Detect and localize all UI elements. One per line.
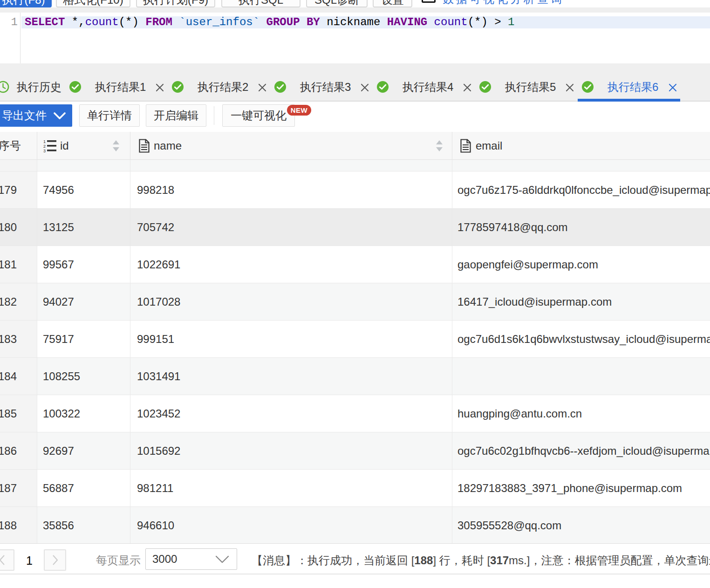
svg-text:2: 2 <box>43 144 46 149</box>
svg-text:1: 1 <box>43 139 46 144</box>
svg-text:3: 3 <box>43 149 46 153</box>
